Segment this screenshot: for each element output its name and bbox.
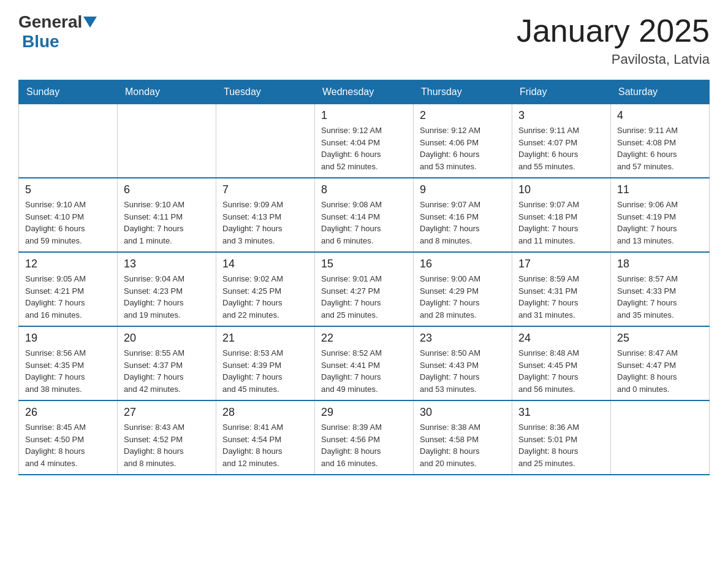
calendar-cell: 16Sunrise: 9:00 AMSunset: 4:29 PMDayligh… — [414, 252, 512, 326]
calendar-cell: 7Sunrise: 9:09 AMSunset: 4:13 PMDaylight… — [216, 178, 315, 252]
weekday-header-friday: Friday — [512, 80, 611, 104]
logo: General Blue — [18, 12, 97, 52]
calendar-title: January 2025 — [517, 12, 710, 49]
calendar-cell: 13Sunrise: 9:04 AMSunset: 4:23 PMDayligh… — [118, 252, 216, 326]
day-info: Sunrise: 8:41 AMSunset: 4:54 PMDaylight:… — [222, 421, 308, 469]
day-info: Sunrise: 9:09 AMSunset: 4:13 PMDaylight:… — [222, 199, 308, 247]
day-number: 5 — [25, 183, 111, 196]
calendar-cell: 1Sunrise: 9:12 AMSunset: 4:04 PMDaylight… — [315, 104, 414, 178]
day-info: Sunrise: 9:05 AMSunset: 4:21 PMDaylight:… — [25, 273, 111, 321]
calendar-cell: 23Sunrise: 8:50 AMSunset: 4:43 PMDayligh… — [414, 326, 512, 400]
day-number: 9 — [420, 183, 506, 196]
weekday-header-thursday: Thursday — [414, 80, 512, 104]
calendar-cell — [216, 104, 315, 178]
calendar-week-4: 19Sunrise: 8:56 AMSunset: 4:35 PMDayligh… — [19, 326, 710, 400]
day-number: 20 — [124, 332, 210, 345]
day-number: 12 — [25, 258, 111, 270]
day-info: Sunrise: 9:01 AMSunset: 4:27 PMDaylight:… — [321, 273, 407, 321]
calendar-cell: 20Sunrise: 8:55 AMSunset: 4:37 PMDayligh… — [118, 326, 216, 400]
calendar-week-5: 26Sunrise: 8:45 AMSunset: 4:50 PMDayligh… — [19, 400, 710, 475]
logo-triangle-icon — [83, 17, 97, 30]
calendar-cell: 8Sunrise: 9:08 AMSunset: 4:14 PMDaylight… — [315, 178, 414, 252]
day-number: 21 — [222, 332, 308, 345]
day-number: 22 — [321, 332, 407, 345]
day-info: Sunrise: 8:52 AMSunset: 4:41 PMDaylight:… — [321, 347, 407, 395]
day-info: Sunrise: 8:36 AMSunset: 5:01 PMDaylight:… — [518, 421, 604, 469]
calendar-week-3: 12Sunrise: 9:05 AMSunset: 4:21 PMDayligh… — [19, 252, 710, 326]
calendar-cell: 25Sunrise: 8:47 AMSunset: 4:47 PMDayligh… — [611, 326, 710, 400]
day-number: 25 — [617, 332, 703, 345]
calendar-week-1: 1Sunrise: 9:12 AMSunset: 4:04 PMDaylight… — [19, 104, 710, 178]
svg-marker-0 — [83, 17, 97, 28]
calendar-cell — [611, 400, 710, 475]
day-number: 14 — [222, 258, 308, 270]
day-info: Sunrise: 9:12 AMSunset: 4:04 PMDaylight:… — [321, 124, 407, 172]
calendar-cell: 6Sunrise: 9:10 AMSunset: 4:11 PMDaylight… — [118, 178, 216, 252]
weekday-header-monday: Monday — [118, 80, 216, 104]
day-info: Sunrise: 8:38 AMSunset: 4:58 PMDaylight:… — [420, 421, 506, 469]
day-number: 18 — [617, 258, 703, 270]
calendar-cell: 15Sunrise: 9:01 AMSunset: 4:27 PMDayligh… — [315, 252, 414, 326]
calendar-cell: 12Sunrise: 9:05 AMSunset: 4:21 PMDayligh… — [19, 252, 118, 326]
weekday-header-saturday: Saturday — [611, 80, 710, 104]
day-info: Sunrise: 9:04 AMSunset: 4:23 PMDaylight:… — [124, 273, 210, 321]
calendar-cell: 29Sunrise: 8:39 AMSunset: 4:56 PMDayligh… — [315, 400, 414, 475]
calendar-week-2: 5Sunrise: 9:10 AMSunset: 4:10 PMDaylight… — [19, 178, 710, 252]
day-info: Sunrise: 9:11 AMSunset: 4:08 PMDaylight:… — [617, 124, 703, 172]
day-info: Sunrise: 9:08 AMSunset: 4:14 PMDaylight:… — [321, 199, 407, 247]
day-number: 3 — [518, 109, 604, 122]
day-number: 2 — [420, 109, 506, 122]
day-info: Sunrise: 8:59 AMSunset: 4:31 PMDaylight:… — [518, 273, 604, 321]
calendar-cell: 24Sunrise: 8:48 AMSunset: 4:45 PMDayligh… — [512, 326, 611, 400]
calendar-cell — [19, 104, 118, 178]
weekday-header-row: SundayMondayTuesdayWednesdayThursdayFrid… — [19, 80, 710, 104]
calendar-cell — [118, 104, 216, 178]
calendar-cell: 2Sunrise: 9:12 AMSunset: 4:06 PMDaylight… — [414, 104, 512, 178]
day-number: 8 — [321, 183, 407, 196]
day-info: Sunrise: 8:55 AMSunset: 4:37 PMDaylight:… — [124, 347, 210, 395]
weekday-header-tuesday: Tuesday — [216, 80, 315, 104]
day-number: 6 — [124, 183, 210, 196]
day-number: 13 — [124, 258, 210, 270]
day-number: 27 — [124, 406, 210, 419]
calendar-cell: 17Sunrise: 8:59 AMSunset: 4:31 PMDayligh… — [512, 252, 611, 326]
logo-blue-text: Blue — [22, 32, 59, 52]
calendar-cell: 9Sunrise: 9:07 AMSunset: 4:16 PMDaylight… — [414, 178, 512, 252]
page-header: General Blue January 2025 Pavilosta, Lat… — [18, 12, 710, 67]
day-info: Sunrise: 9:02 AMSunset: 4:25 PMDaylight:… — [222, 273, 308, 321]
day-number: 1 — [321, 109, 407, 122]
calendar-body: 1Sunrise: 9:12 AMSunset: 4:04 PMDaylight… — [19, 104, 710, 475]
day-info: Sunrise: 9:07 AMSunset: 4:18 PMDaylight:… — [518, 199, 604, 247]
calendar-cell: 28Sunrise: 8:41 AMSunset: 4:54 PMDayligh… — [216, 400, 315, 475]
calendar-cell: 27Sunrise: 8:43 AMSunset: 4:52 PMDayligh… — [118, 400, 216, 475]
day-info: Sunrise: 8:56 AMSunset: 4:35 PMDaylight:… — [25, 347, 111, 395]
day-number: 16 — [420, 258, 506, 270]
calendar-cell: 3Sunrise: 9:11 AMSunset: 4:07 PMDaylight… — [512, 104, 611, 178]
calendar-cell: 5Sunrise: 9:10 AMSunset: 4:10 PMDaylight… — [19, 178, 118, 252]
day-info: Sunrise: 8:50 AMSunset: 4:43 PMDaylight:… — [420, 347, 506, 395]
day-info: Sunrise: 8:48 AMSunset: 4:45 PMDaylight:… — [518, 347, 604, 395]
day-number: 23 — [420, 332, 506, 345]
calendar-cell: 22Sunrise: 8:52 AMSunset: 4:41 PMDayligh… — [315, 326, 414, 400]
day-info: Sunrise: 9:10 AMSunset: 4:10 PMDaylight:… — [25, 199, 111, 247]
day-number: 19 — [25, 332, 111, 345]
day-info: Sunrise: 8:57 AMSunset: 4:33 PMDaylight:… — [617, 273, 703, 321]
title-area: January 2025 Pavilosta, Latvia — [517, 12, 710, 67]
day-number: 10 — [518, 183, 604, 196]
day-number: 31 — [518, 406, 604, 419]
day-number: 30 — [420, 406, 506, 419]
calendar-cell: 26Sunrise: 8:45 AMSunset: 4:50 PMDayligh… — [19, 400, 118, 475]
day-info: Sunrise: 9:06 AMSunset: 4:19 PMDaylight:… — [617, 199, 703, 247]
day-info: Sunrise: 9:11 AMSunset: 4:07 PMDaylight:… — [518, 124, 604, 172]
day-number: 7 — [222, 183, 308, 196]
weekday-header-wednesday: Wednesday — [315, 80, 414, 104]
day-info: Sunrise: 8:43 AMSunset: 4:52 PMDaylight:… — [124, 421, 210, 469]
calendar-cell: 4Sunrise: 9:11 AMSunset: 4:08 PMDaylight… — [611, 104, 710, 178]
logo-general-text: General — [18, 12, 82, 32]
calendar-table: SundayMondayTuesdayWednesdayThursdayFrid… — [18, 80, 710, 475]
calendar-cell: 11Sunrise: 9:06 AMSunset: 4:19 PMDayligh… — [611, 178, 710, 252]
day-info: Sunrise: 8:45 AMSunset: 4:50 PMDaylight:… — [25, 421, 111, 469]
calendar-cell: 19Sunrise: 8:56 AMSunset: 4:35 PMDayligh… — [19, 326, 118, 400]
calendar-cell: 21Sunrise: 8:53 AMSunset: 4:39 PMDayligh… — [216, 326, 315, 400]
calendar-cell: 18Sunrise: 8:57 AMSunset: 4:33 PMDayligh… — [611, 252, 710, 326]
